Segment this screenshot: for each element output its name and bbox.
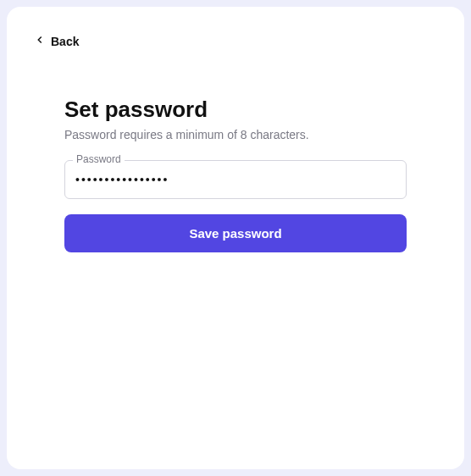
password-input[interactable] bbox=[64, 160, 407, 199]
content-area: Set password Password requires a minimum… bbox=[34, 97, 437, 252]
page-subtitle: Password requires a minimum of 8 charact… bbox=[64, 128, 407, 141]
back-label: Back bbox=[51, 35, 79, 48]
chevron-left-icon bbox=[34, 34, 46, 48]
password-field-wrap: Password bbox=[64, 160, 407, 199]
page-title: Set password bbox=[64, 97, 407, 123]
save-password-button[interactable]: Save password bbox=[64, 214, 407, 252]
back-button[interactable]: Back bbox=[34, 34, 79, 48]
auth-card: Back Set password Password requires a mi… bbox=[7, 7, 464, 469]
password-label: Password bbox=[73, 153, 125, 165]
